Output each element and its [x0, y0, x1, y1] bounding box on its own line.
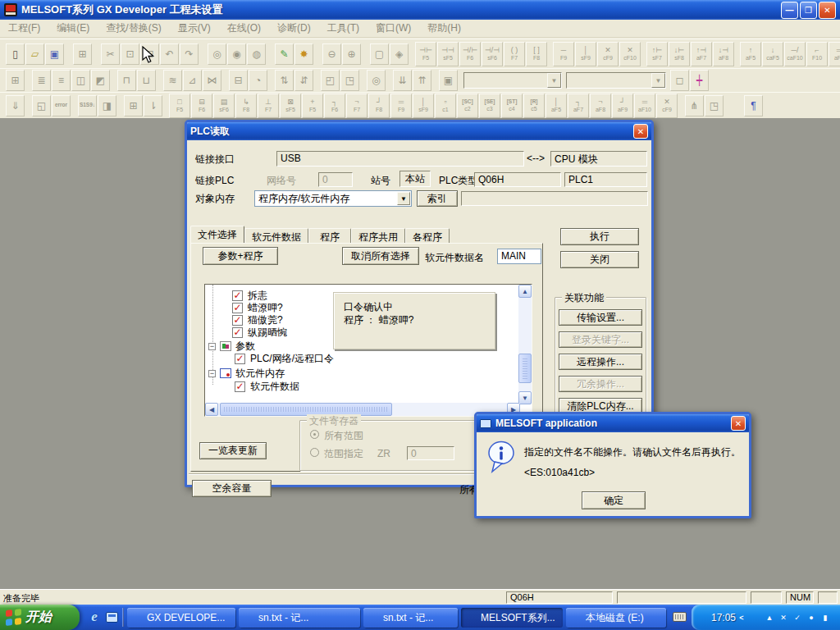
checkbox-checked[interactable]: ✓ [235, 381, 245, 392]
ladder-symbol-button[interactable]: ↑⊣aF7 [691, 42, 712, 66]
tree-item[interactable]: ✓拆恚 [232, 290, 267, 301]
cascade-icon[interactable]: ▢ [370, 43, 389, 65]
monitor-stop-icon[interactable]: ⇵ [294, 70, 313, 91]
sfc-symbol-button[interactable]: ⊟F6 [191, 94, 212, 118]
new-icon[interactable]: ▯ [6, 43, 25, 65]
paste-icon[interactable]: ⊟ [140, 43, 159, 65]
error-dialog-titlebar[interactable]: MELSOFT application ✕ [477, 414, 749, 432]
sfc-symbol-button[interactable]: ⊥F7 [258, 94, 279, 118]
close-button[interactable]: ✕ [819, 2, 836, 19]
menu-item[interactable]: 显示(V) [170, 19, 219, 38]
taskbar-task-button[interactable]: sn.txt - 记... [239, 608, 360, 628]
collapse-icon[interactable]: − [208, 343, 216, 350]
zoom-out-icon[interactable]: ⊖ [322, 43, 341, 65]
related-function-button[interactable]: 传输设置... [559, 309, 642, 326]
find-icon[interactable]: ◎ [208, 43, 226, 65]
sfc-symbol-button[interactable]: +F5 [302, 94, 323, 118]
tree-item[interactable]: ✓PLC/网络/远程口令 [235, 353, 334, 364]
ladder-symbol-button[interactable]: ↑aF5 [740, 42, 761, 66]
tab-program-common[interactable]: 程序共用 [351, 228, 405, 243]
convert-icon[interactable]: ⊞ [6, 70, 25, 91]
coil-search-icon[interactable]: ⊔ [137, 70, 156, 91]
related-function-button[interactable]: 远程操作... [559, 354, 642, 370]
ladder-symbol-button[interactable]: [ ]F8 [526, 42, 547, 66]
shield-icon[interactable]: ✓ [792, 612, 803, 623]
step-list-icon[interactable]: S1S9↓ [78, 95, 97, 116]
undo-icon[interactable]: ↶ [160, 43, 179, 65]
hide-icons-arrow[interactable]: < [736, 612, 747, 623]
update-icon[interactable]: ▲ [764, 612, 775, 623]
statement-icon[interactable]: ≡ [52, 70, 71, 91]
device-test-icon[interactable]: ⋈ [203, 70, 221, 91]
sfc-symbol-button[interactable]: │sF9 [413, 94, 434, 118]
ladder-symbol-button[interactable]: ⊣⊣sF5 [437, 42, 459, 66]
scroll-up-icon[interactable]: ▲ [518, 285, 532, 298]
step-run-icon[interactable]: ⇊ [393, 70, 412, 91]
tab-program[interactable]: 程序 [308, 228, 351, 243]
sfc-symbol-button[interactable]: ¬aF8 [590, 94, 611, 118]
ok-button[interactable]: 确定 [582, 491, 646, 509]
quick-launch-shell[interactable] [104, 609, 119, 624]
chevron-down-icon[interactable]: ▼ [547, 73, 561, 88]
menu-item[interactable]: 窗口(W) [368, 19, 419, 38]
window-next-icon[interactable]: ◳ [340, 70, 359, 91]
tree-node-device-memory[interactable]: − 软元件内存 [208, 368, 285, 379]
checkbox-checked[interactable]: ✓ [232, 290, 243, 301]
sfc-symbol-button[interactable]: ┘aF9 [612, 94, 633, 118]
related-function-button[interactable]: 冗余操作... [559, 376, 642, 392]
sfc-symbol-button[interactable]: ═aF10 [634, 94, 655, 118]
cross-ref-icon[interactable]: ⊟ [229, 70, 248, 91]
tree-node-parameter[interactable]: − 参数 [208, 340, 255, 352]
close-icon[interactable]: ✕ [731, 416, 746, 431]
note-icon[interactable]: ◫ [71, 70, 90, 91]
write-mode-icon[interactable]: ✎ [275, 43, 294, 65]
sfc-symbol-button[interactable]: ✕cF9 [656, 94, 678, 118]
contact-search-icon[interactable]: ⊓ [117, 70, 136, 91]
ladder-symbol-button[interactable]: ═aF9 [829, 42, 840, 66]
ladder-symbol-button[interactable]: ⌐F10 [806, 42, 828, 66]
monitor-start-icon[interactable]: ⇅ [275, 70, 294, 91]
device-comment-icon[interactable]: ≣ [32, 70, 51, 91]
device-find-icon[interactable]: ◍ [247, 43, 266, 65]
online-change-icon[interactable]: ◎ [367, 70, 386, 91]
cut-icon[interactable]: ✂ [101, 43, 120, 65]
chevron-down-icon[interactable]: ▼ [397, 192, 410, 205]
param-plus-program-button[interactable]: 参数+程序 [203, 247, 278, 265]
copy-window-icon[interactable]: ◱ [32, 95, 51, 116]
ladder-symbol-button[interactable]: ↓⊣aF8 [713, 42, 734, 66]
program-combobox[interactable]: ▼ [463, 72, 562, 89]
ladder-symbol-button[interactable]: │sF9 [575, 42, 596, 66]
collapse-icon[interactable]: − [208, 370, 216, 377]
ladder-symbol-button[interactable]: ( )F7 [504, 42, 525, 66]
horizontal-scrollbar[interactable]: ◀ ▶ [205, 403, 520, 416]
tree-item[interactable]: ✓纵踢晒惋 [232, 326, 287, 338]
ladder-symbol-button[interactable]: ↓caF5 [762, 42, 783, 66]
alert-icon[interactable]: ● [806, 612, 817, 623]
ladder-symbol-button[interactable]: ⊣/⊣sF6 [482, 42, 503, 66]
taskbar-task-button[interactable]: GX DEVELOPE... [127, 608, 235, 628]
free-space-button[interactable]: 空余容量 [192, 480, 272, 497]
sfc-symbol-button[interactable]: ┘F8 [368, 94, 390, 118]
taskbar-task-button[interactable]: MELSOFT系列... [461, 608, 563, 628]
network-error-icon[interactable]: ✕ [778, 612, 789, 623]
sfc-symbol-button[interactable]: ┐F6 [324, 94, 345, 118]
ladder-symbol-button[interactable]: ⊣/⊢F6 [459, 42, 481, 66]
scrollbar-thumb[interactable] [220, 403, 392, 416]
related-function-button[interactable]: 登录关键字... [559, 331, 642, 348]
display-settings-icon[interactable] [750, 612, 761, 623]
sort-icon[interactable]: ⇂ [144, 95, 162, 116]
scroll-left-icon[interactable]: ◀ [205, 403, 218, 416]
menu-item[interactable]: 工具(T) [319, 19, 368, 38]
scrollbar-thumb[interactable] [518, 354, 532, 383]
checkbox-checked[interactable]: ✓ [232, 327, 243, 338]
open-icon[interactable]: ▱ [25, 43, 44, 65]
save-icon[interactable]: ▣ [45, 43, 64, 65]
sfc-symbol-button[interactable]: │aF5 [546, 94, 567, 118]
scroll-down-icon[interactable]: ▼ [518, 391, 532, 404]
taskbar-task-button[interactable]: sn.txt - 记... [363, 608, 458, 628]
ladder-symbol-button[interactable]: ↓⊢sF8 [669, 42, 690, 66]
screen-icon[interactable]: ▣ [439, 70, 458, 91]
menu-item[interactable]: 查找/替换(S) [98, 19, 169, 38]
array-icon[interactable]: ⊞ [124, 95, 143, 116]
radio-range-specify[interactable] [310, 448, 319, 457]
